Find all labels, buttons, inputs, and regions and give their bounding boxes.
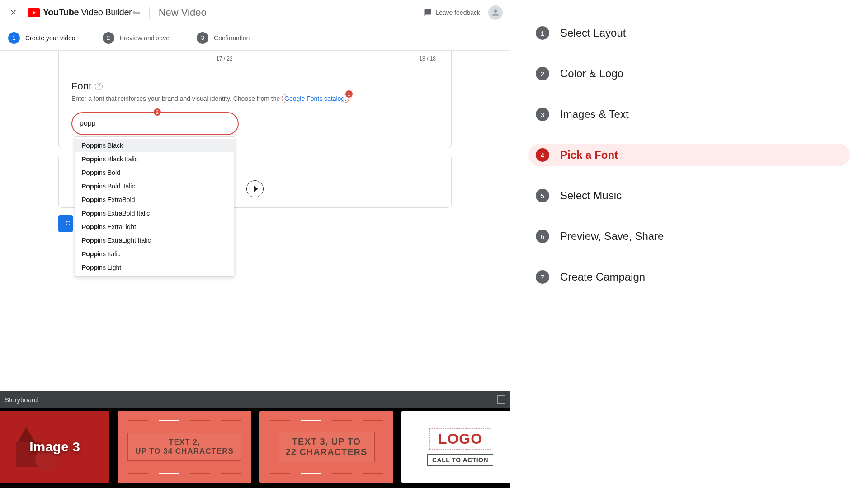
text-caret [96, 120, 96, 128]
tutorial-step-1[interactable]: 1 Select Layout [528, 22, 850, 44]
font-card: 17 / 22 18 / 18 Font ? Enter a font that… [58, 51, 452, 148]
font-option[interactable]: Poppins ExtraLight Italic [75, 234, 234, 247]
callout-badge-1: 1 [345, 90, 353, 98]
brand-logo: YouTube Video Builder Beta [28, 7, 140, 18]
font-option[interactable]: Poppins ExtraBold [75, 193, 234, 206]
step-label: Create Campaign [560, 271, 645, 283]
step-number: 7 [536, 270, 549, 284]
tutorial-step-6[interactable]: 6 Preview, Save, Share [528, 225, 850, 248]
feedback-label: Leave feedback [435, 9, 480, 16]
brand-text: YouTube Video Builder [43, 7, 132, 18]
step-label: Select Music [560, 189, 622, 202]
storyboard-panel: Storyboard — Image 3 TEXT 2, UP TO [0, 391, 510, 488]
step-number: 4 [536, 148, 549, 162]
person-icon [491, 8, 500, 17]
google-fonts-link-callout: Google Fonts catalog. 1 [282, 94, 349, 103]
step-circle: 3 [197, 32, 208, 44]
section-desc: Enter a font that reinforces your brand … [71, 94, 439, 103]
font-option[interactable]: Poppins ExtraLight [75, 220, 234, 234]
frame3-textbox: TEXT 3, UP TO 22 CHARACTERS [278, 432, 375, 462]
step-number: 2 [536, 67, 549, 80]
font-title: Font [71, 80, 91, 92]
tutorial-step-7[interactable]: 7 Create Campaign [528, 266, 850, 288]
play-button[interactable] [246, 180, 264, 197]
callout-badge-2: 2 [154, 108, 161, 116]
section-title: Font ? [71, 80, 439, 92]
frame4-logo: LOGO [429, 428, 491, 450]
google-fonts-link[interactable]: Google Fonts catalog. [284, 95, 346, 102]
storyboard-frame-4[interactable]: LOGO CALL TO ACTION [401, 411, 510, 483]
help-icon[interactable]: ? [95, 83, 103, 90]
topbar: ✕ YouTube Video Builder Beta New Video L… [0, 0, 510, 25]
desc-pre: Enter a font that reinforces your brand … [71, 95, 282, 102]
storyboard-frame-3[interactable]: TEXT 3, UP TO 22 CHARACTERS [259, 411, 393, 483]
frame1-text: Image 3 [29, 439, 80, 455]
step-number: 6 [536, 230, 549, 243]
step-3[interactable]: 3 Confirmation [197, 32, 250, 44]
tutorial-sidebar: 1 Select Layout2 Color & Logo3 Images & … [510, 0, 868, 488]
step-2[interactable]: 2 Preview and save [103, 32, 170, 44]
tutorial-step-5[interactable]: 5 Select Music [528, 184, 850, 207]
font-option[interactable]: Poppins Italic [75, 247, 234, 261]
step-label: Confirmation [214, 34, 250, 42]
font-option[interactable]: Poppins Black [75, 139, 234, 152]
close-icon[interactable]: ✕ [7, 8, 19, 18]
font-option[interactable]: Poppins Bold [75, 166, 234, 179]
minimize-icon[interactable]: — [497, 395, 505, 404]
storyboard-frame-1[interactable]: Image 3 [0, 411, 109, 483]
step-label: Select Layout [560, 27, 626, 39]
step-number: 3 [536, 108, 549, 121]
storyboard-frame-2[interactable]: TEXT 2, UP TO 34 CHARACTERS [118, 411, 251, 483]
storyboard-title: Storyboard [5, 396, 38, 404]
step-label: Color & Logo [560, 67, 623, 80]
step-circle: 1 [8, 32, 20, 44]
youtube-icon [28, 8, 40, 17]
storyboard-header: Storyboard — [0, 391, 510, 408]
font-option[interactable]: Poppins Bold Italic [75, 179, 234, 193]
create-button[interactable]: C [58, 215, 73, 232]
count-right: 18 / 18 [419, 56, 436, 62]
font-dropdown: Poppins BlackPoppins Black ItalicPoppins… [75, 136, 234, 277]
step-circle: 2 [103, 32, 114, 44]
step-label: Preview, Save, Share [560, 230, 664, 243]
font-input-value: popp [80, 119, 96, 127]
count-left: 17 / 22 [216, 56, 233, 62]
step-label: Preview and save [120, 34, 170, 42]
char-counts: 17 / 22 18 / 18 [71, 56, 439, 70]
leave-feedback-button[interactable]: Leave feedback [424, 9, 480, 17]
step-number: 1 [536, 26, 549, 40]
step-label: Images & Text [560, 108, 629, 121]
stepper: 1 Create your video2 Preview and save3 C… [0, 25, 510, 51]
brand-bold: YouTube [43, 7, 79, 17]
page-title: New Video [159, 7, 207, 19]
step-label: Create your video [25, 34, 75, 42]
tutorial-step-2[interactable]: 2 Color & Logo [528, 62, 850, 85]
tutorial-step-4[interactable]: 4 Pick a Font [528, 144, 850, 166]
font-option[interactable]: Poppins Black Italic [75, 152, 234, 166]
step-label: Pick a Font [560, 149, 618, 161]
font-option[interactable]: Poppins Light [75, 261, 234, 274]
font-input-callout: 2 popp [71, 112, 239, 135]
font-input[interactable]: popp [74, 115, 236, 132]
storyboard-track[interactable]: Image 3 TEXT 2, UP TO 34 CHARACTERS [0, 408, 510, 488]
card2-partial-text: ideo [206, 165, 439, 172]
brand-rest: Video Builder [79, 7, 132, 17]
tutorial-step-3[interactable]: 3 Images & Text [528, 103, 850, 126]
play-icon [254, 186, 258, 192]
font-option[interactable]: Poppins ExtraBold Italic [75, 206, 234, 220]
avatar[interactable] [488, 5, 503, 20]
divider [149, 7, 150, 19]
divider [71, 70, 439, 70]
feedback-icon [424, 9, 432, 17]
frame4-cta: CALL TO ACTION [427, 454, 493, 466]
step-number: 5 [536, 189, 549, 202]
frame2-textbox: TEXT 2, UP TO 34 CHARACTERS [127, 433, 241, 461]
beta-badge: Beta [132, 10, 140, 14]
step-1[interactable]: 1 Create your video [8, 32, 75, 44]
